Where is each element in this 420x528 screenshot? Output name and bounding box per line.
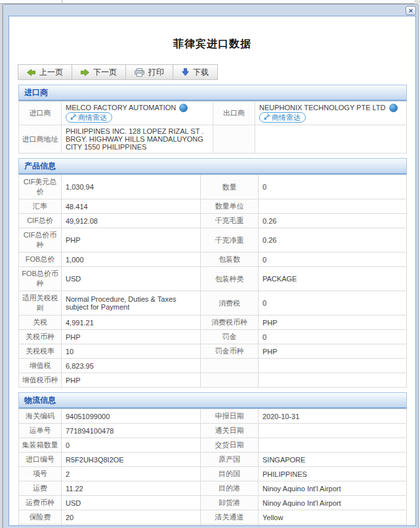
field-label: CIF总价币种 bbox=[19, 228, 62, 253]
field-value: 49,912.08 bbox=[62, 214, 201, 228]
field-value bbox=[259, 438, 407, 453]
field-value: 11.22 bbox=[62, 481, 201, 496]
field-label: 运费币种 bbox=[19, 496, 62, 510]
download-button[interactable]: 下载 bbox=[173, 64, 218, 80]
field-value: PHP bbox=[259, 344, 407, 359]
product-info-table: CIF美元总价1,030.94数量0汇率48.414数量单位CIF总价49,91… bbox=[18, 174, 407, 388]
field-value: PHP bbox=[62, 228, 201, 253]
table-row: 进口商 MELCO FACTORY AUTOMATION商情雷达 出口商 NEU… bbox=[19, 102, 407, 125]
next-page-label: 下一页 bbox=[93, 67, 117, 78]
field-label: 关税币种 bbox=[19, 330, 62, 344]
field-label: 目的港 bbox=[201, 481, 259, 496]
field-value: 1,000 bbox=[62, 253, 201, 267]
logistics-info-section: 物流信息 海关编码94051099000申报日期2020-10-31运单号771… bbox=[18, 392, 407, 526]
table-row: 增值税币种PHP bbox=[19, 373, 407, 388]
field-value bbox=[255, 125, 407, 153]
field-value: 20 bbox=[62, 510, 201, 525]
field-value: R5F2UH3Q8I2OE bbox=[62, 453, 201, 467]
table-row: CIF美元总价1,030.94数量0 bbox=[19, 175, 407, 199]
table-row: 海关编码94051099000申报日期2020-10-31 bbox=[19, 409, 407, 424]
field-value: FX5158 bbox=[259, 525, 407, 527]
field-label: 目的国 bbox=[201, 467, 259, 481]
field-label: 增值税币种 bbox=[19, 373, 62, 388]
table-row: 适用关税税则Normal Procedure, Duties & Taxes s… bbox=[19, 291, 407, 315]
radar-badge-label: 商情雷达 bbox=[272, 113, 301, 123]
field-label: 进口编号 bbox=[19, 453, 62, 467]
field-value: 94051099000 bbox=[62, 409, 201, 424]
field-value: 48.414 bbox=[62, 199, 201, 214]
table-row: CIF总价49,912.08千克毛重0.26 bbox=[19, 214, 407, 228]
radar-icon bbox=[262, 113, 270, 121]
radar-badge-label: 商情雷达 bbox=[78, 113, 107, 123]
next-page-button[interactable]: 下一页 bbox=[72, 64, 126, 80]
exporter-name: NEUPHONIX TECHNOLOGY PTE LTD bbox=[259, 104, 386, 112]
field-label: 原产国 bbox=[201, 453, 259, 467]
table-row: 运单号771894100478通关日期 bbox=[19, 424, 407, 438]
field-label: 进口商 bbox=[19, 102, 62, 125]
field-label: 集装箱数量 bbox=[19, 438, 62, 453]
importer-value-cell: MELCO FACTORY AUTOMATION商情雷达 bbox=[62, 102, 213, 125]
field-value: 2020-10-31 bbox=[259, 409, 407, 424]
field-value: 0 bbox=[259, 291, 407, 315]
importer-table: 进口商 MELCO FACTORY AUTOMATION商情雷达 出口商 NEU… bbox=[18, 101, 407, 153]
field-label: 保险费币种 bbox=[19, 525, 62, 527]
importer-section-header: 进口商 bbox=[18, 85, 407, 101]
prev-page-button[interactable]: 上一页 bbox=[18, 64, 72, 80]
field-value: 1,030.94 bbox=[62, 175, 201, 199]
field-label: 运费 bbox=[19, 481, 62, 496]
toolbar: 上一页 下一页 打印 下载 bbox=[18, 64, 218, 80]
globe-icon[interactable] bbox=[179, 104, 188, 112]
table-row: 进口商地址 PHILIPPINES INC. 128 LOPEZ RIZAL S… bbox=[19, 125, 407, 153]
field-label: 千克毛重 bbox=[201, 214, 259, 228]
table-row: 项号2目的国PHILIPPINES bbox=[19, 467, 407, 481]
radar-badge-button[interactable]: 商情雷达 bbox=[259, 112, 306, 123]
field-label bbox=[201, 359, 259, 373]
radar-badge-button[interactable]: 商情雷达 bbox=[66, 112, 112, 123]
field-value: 0.26 bbox=[259, 228, 407, 253]
field-value: 0 bbox=[259, 175, 407, 199]
import-record-dialog: × 菲律宾进口数据 上一页 下一页 打印 bbox=[3, 4, 419, 528]
field-value: PHP bbox=[62, 373, 201, 388]
field-value: 2 bbox=[62, 467, 201, 481]
close-button[interactable]: × bbox=[406, 6, 416, 15]
field-label: 船名 bbox=[201, 525, 259, 527]
field-label: 消费税币种 bbox=[201, 315, 259, 330]
field-value: 0 bbox=[259, 253, 407, 267]
field-label: 运单号 bbox=[19, 424, 62, 438]
table-row: 汇率48.414数量单位 bbox=[19, 199, 407, 214]
print-button[interactable]: 打印 bbox=[126, 64, 173, 80]
field-label: 数量单位 bbox=[201, 199, 259, 214]
print-label: 打印 bbox=[148, 67, 164, 78]
field-label: 千克净重 bbox=[201, 228, 259, 253]
download-label: 下载 bbox=[193, 67, 209, 78]
field-value: PACKAGE bbox=[259, 267, 407, 291]
table-row: FOB总价币种USD包装种类PACKAGE bbox=[19, 267, 407, 291]
field-value: 10 bbox=[62, 344, 201, 359]
field-label: 汇率 bbox=[19, 199, 62, 214]
prev-page-label: 上一页 bbox=[39, 67, 63, 78]
field-value bbox=[259, 359, 407, 373]
table-row: 关税4,991.21消费税币种PHP bbox=[19, 315, 407, 330]
field-value: USD bbox=[62, 267, 201, 291]
field-label: 增值税 bbox=[19, 359, 62, 373]
field-label: 关税 bbox=[19, 315, 62, 330]
printer-icon bbox=[135, 68, 144, 77]
field-label: 清关通道 bbox=[201, 510, 259, 525]
field-label: 包装种类 bbox=[201, 267, 259, 291]
table-row: 集装箱数量0交货日期 bbox=[19, 438, 407, 453]
dialog-body: 菲律宾进口数据 上一页 下一页 打印 下载 bbox=[9, 16, 416, 526]
field-label: 罚金 bbox=[201, 330, 259, 344]
table-row: 关税税率10罚金币种PHP bbox=[19, 344, 407, 359]
field-label: FOB总价币种 bbox=[19, 267, 62, 291]
field-value bbox=[259, 199, 407, 214]
importer-name: MELCO FACTORY AUTOMATION bbox=[66, 104, 176, 112]
field-value: Ninoy Aquino Int'l Airport bbox=[259, 481, 407, 496]
field-value: USD bbox=[62, 496, 201, 510]
globe-icon[interactable] bbox=[389, 104, 398, 112]
field-label: 卸货港 bbox=[201, 496, 259, 510]
field-label: 罚金币种 bbox=[201, 344, 259, 359]
field-value: 4,991.21 bbox=[62, 315, 201, 330]
product-info-section-header: 产品信息 bbox=[18, 158, 407, 174]
field-label: 海关编码 bbox=[19, 409, 62, 424]
field-value: PHP bbox=[62, 330, 201, 344]
